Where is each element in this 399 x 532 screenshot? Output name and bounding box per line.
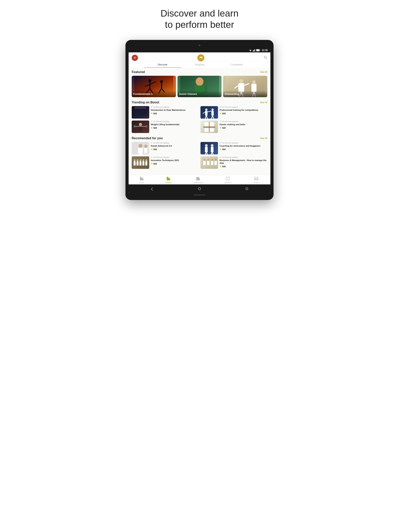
svg-point-34 xyxy=(252,80,256,84)
recommended-course-title-1: Coaching for newcomers and begginers xyxy=(219,145,267,147)
svg-rect-104 xyxy=(168,177,169,180)
recommended-info-2: ⏱1h 37m ● 8 Lessons Innovative Technique… xyxy=(151,156,199,165)
svg-rect-101 xyxy=(141,177,142,180)
bottom-nav-questions[interactable]: ? Qustoms xyxy=(224,177,231,184)
svg-rect-5 xyxy=(254,50,255,51)
user-avatar[interactable]: U xyxy=(132,55,138,61)
android-recent-button[interactable] xyxy=(245,187,249,191)
svg-rect-73 xyxy=(205,147,208,152)
svg-rect-6 xyxy=(255,49,255,51)
trending-thumb-1 xyxy=(200,106,218,119)
android-back-button[interactable] xyxy=(150,187,154,191)
svg-point-25 xyxy=(196,77,203,86)
android-nav xyxy=(129,184,270,193)
bottom-nav-questions-label: Qustoms xyxy=(224,182,231,184)
featured-section-header: Featured See All xyxy=(132,70,267,74)
recommended-course-title-0: Karate Advanced 2.0 xyxy=(151,145,199,147)
recommended-info-1: ⏱1h 37m ● 8 Lessons Coaching for newcome… xyxy=(219,142,267,151)
tab-discover[interactable]: Discover xyxy=(144,62,181,68)
svg-point-87 xyxy=(142,159,144,161)
svg-point-55 xyxy=(139,123,142,126)
trending-item-3[interactable]: ⏱1h 37m ● 8 Lessons Karate clothing and … xyxy=(200,120,267,133)
svg-rect-90 xyxy=(145,161,147,165)
trending-info-1: ⏱1h 37m ● 8 Lessons Professional trainin… xyxy=(219,106,267,115)
trending-item-2[interactable]: ⏱1h 37m ● 8 Lessons Weight Lifting funda… xyxy=(132,120,199,133)
tablet-frame: 12:30 U 🥋 Discover Ongoing Completed xyxy=(125,40,274,200)
svg-rect-63 xyxy=(203,126,215,128)
trending-item-0[interactable]: ⏱1h 37m ● 8 Lessons Introduction to Dojo… xyxy=(132,106,199,119)
headline-line1: Discover and learn xyxy=(161,8,238,19)
android-home-button[interactable] xyxy=(198,187,201,191)
recommended-thumb-3 xyxy=(200,156,218,169)
nav-tabs: Discover Ongoing Completed xyxy=(129,62,270,68)
recommended-item-2[interactable]: ⏱1h 37m ● 8 Lessons Innovative Technique… xyxy=(132,156,199,169)
tablet-camera xyxy=(199,44,200,46)
recommended-course-title-2: Innovative Techniques 2021 xyxy=(151,159,199,162)
app-content: Featured See All xyxy=(129,68,270,175)
trending-course-title-0: Introduction to Dojo Maintentence xyxy=(151,109,199,111)
bottom-nav: To Do Classes xyxy=(129,175,270,184)
recommended-section-header: Recomended for you See All xyxy=(132,137,267,140)
bottom-nav-analytics-label: Analytics xyxy=(253,182,260,184)
svg-rect-106 xyxy=(196,177,197,180)
featured-card-fundamentals[interactable]: Fundamentals 1 xyxy=(132,76,176,97)
search-icon[interactable] xyxy=(264,56,267,60)
featured-card-junior[interactable]: Junior Classes xyxy=(178,76,222,97)
todo-icon xyxy=(140,177,144,181)
trending-meta-3: ⏱1h 37m ● 8 Lessons xyxy=(219,120,267,122)
featured-card-onboarding[interactable]: Onboarding xyxy=(223,76,267,97)
svg-rect-97 xyxy=(211,161,213,165)
trending-meta-0: ⏱1h 37m ● 8 Lessons xyxy=(151,106,199,108)
recommended-info-3: ⏱1h 37m ● 8 Lessons Business & Managemen… xyxy=(219,156,267,168)
svg-rect-108 xyxy=(199,178,200,180)
svg-rect-4 xyxy=(253,50,254,51)
recommended-item-0[interactable]: ⏱1h 37m ● 8 Lessons Karate Advanced 2.0 … xyxy=(132,142,199,154)
svg-rect-84 xyxy=(137,161,139,165)
wifi-icon xyxy=(249,49,252,51)
svg-point-28 xyxy=(239,79,243,83)
bottom-nav-leaderboard[interactable]: Leaderboard xyxy=(193,177,203,184)
back-icon xyxy=(151,188,154,191)
questions-icon: ? xyxy=(226,177,230,181)
svg-line-11 xyxy=(266,58,267,59)
bottom-nav-todo[interactable]: To Do xyxy=(139,177,144,184)
svg-rect-70 xyxy=(144,148,147,153)
recommended-item-3[interactable]: ⏱1h 37m ● 8 Lessons Business & Managemen… xyxy=(200,156,267,169)
trending-see-all[interactable]: See All xyxy=(260,101,267,104)
onboarding-label: Onboarding xyxy=(225,93,239,95)
junior-overlay: Junior Classes xyxy=(178,90,222,97)
classes-icon xyxy=(166,177,170,181)
recommended-thumb-2 xyxy=(132,156,149,169)
svg-rect-8 xyxy=(260,50,260,51)
tab-completed[interactable]: Completed xyxy=(218,62,255,68)
svg-rect-102 xyxy=(142,178,143,180)
recommended-meta-2: ⏱1h 37m ● 8 Lessons xyxy=(151,156,199,158)
fundamentals-label: Fundamentals 1 xyxy=(133,93,153,95)
svg-rect-71 xyxy=(200,142,218,154)
recommended-item-1[interactable]: ⏱1h 37m ● 8 Lessons Coaching for newcome… xyxy=(200,142,267,154)
recommended-rating-2: ★ 500 xyxy=(151,162,199,165)
svg-rect-58 xyxy=(134,125,135,127)
svg-rect-3 xyxy=(253,51,253,51)
app-logo: 🥋 xyxy=(197,54,204,61)
bottom-nav-classes[interactable]: Classes xyxy=(165,177,171,184)
recommended-meta-1: ⏱1h 37m ● 8 Lessons xyxy=(219,142,267,144)
tab-ongoing[interactable]: Ongoing xyxy=(181,62,218,68)
trending-grid: ⏱1h 37m ● 8 Lessons Introduction to Dojo… xyxy=(132,106,267,133)
page-headline: Discover and learn to perform better xyxy=(161,8,238,30)
recommended-course-title-3: Business & Management - How to manage th… xyxy=(219,159,267,165)
tablet-top-bar xyxy=(129,44,270,48)
svg-rect-99 xyxy=(214,161,217,165)
bottom-nav-classes-label: Classes xyxy=(165,182,171,184)
trending-info-0: ⏱1h 37m ● 8 Lessons Introduction to Dojo… xyxy=(151,106,199,115)
svg-point-83 xyxy=(137,159,139,161)
svg-rect-40 xyxy=(135,107,146,109)
recommended-see-all[interactable]: See All xyxy=(260,137,267,140)
status-time: 12:30 xyxy=(262,49,268,52)
svg-point-76 xyxy=(211,144,213,147)
recommended-rating-0: ★ 500 xyxy=(151,148,199,151)
trending-item-1[interactable]: ⏱1h 37m ● 8 Lessons Professional trainin… xyxy=(200,106,267,119)
bottom-nav-analytics[interactable]: Analytics xyxy=(253,177,260,184)
svg-point-98 xyxy=(215,159,217,161)
featured-see-all[interactable]: See All xyxy=(260,71,267,73)
